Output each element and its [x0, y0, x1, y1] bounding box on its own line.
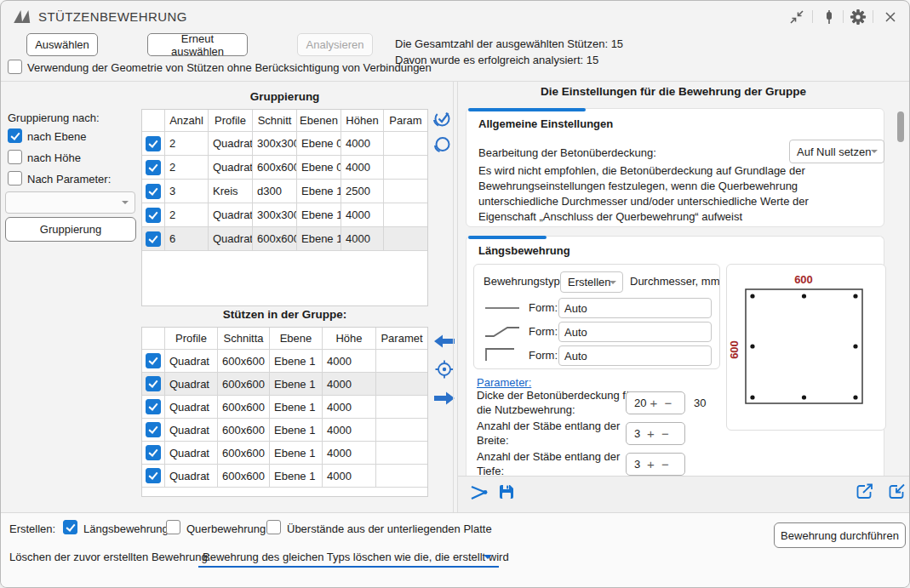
bars-width-stepper[interactable]: 3 + − [626, 422, 685, 445]
form-input-offset[interactable]: Auto [558, 322, 712, 342]
column-header[interactable]: Höhe [323, 328, 376, 349]
close-icon[interactable] [881, 8, 900, 26]
run-reinforcement-button[interactable]: Bewehrung durchführen [774, 522, 906, 548]
row-checkbox[interactable] [146, 445, 161, 460]
rebar-type-select[interactable]: Erstellen [560, 271, 623, 293]
pin-icon[interactable] [820, 8, 838, 26]
row-checkbox[interactable] [146, 231, 161, 247]
table-cell: 600x600 [218, 442, 270, 464]
form-label: Form: [524, 301, 558, 314]
reselect-button[interactable]: Erneut auswählen [147, 33, 248, 56]
decrement-button[interactable]: − [661, 396, 675, 410]
create-longitudinal-checkbox[interactable] [63, 520, 77, 534]
row-checkbox[interactable] [146, 136, 161, 151]
delete-mode-value[interactable]: Bewehrung des gleichen Typs löschen wie … [203, 551, 509, 563]
pane-splitter[interactable] [453, 82, 454, 512]
column-header[interactable]: Paramet [376, 328, 427, 349]
width-dimension: 600 [794, 273, 813, 286]
check-all-icon[interactable] [432, 108, 452, 131]
cover-edit-select[interactable]: Auf Null setzen [789, 140, 884, 163]
table-row[interactable]: 2Quadrat300x300Ebene 04000 [142, 132, 427, 156]
table-row[interactable]: 2Quadrat300x300Ebene 14000 [142, 203, 427, 227]
create-transverse-checkbox[interactable] [166, 520, 180, 534]
row-checkbox[interactable] [146, 422, 161, 437]
column-header[interactable]: Höhen [341, 110, 384, 131]
increment-button[interactable]: + [646, 396, 661, 410]
parameter-select[interactable] [5, 191, 135, 214]
column-header[interactable]: Anzahl [165, 110, 209, 131]
row-checkbox[interactable] [146, 208, 161, 223]
form-input-corner[interactable]: Auto [558, 345, 712, 366]
column-header[interactable]: Ebene [270, 328, 323, 349]
gear-icon[interactable] [849, 8, 867, 26]
table-header-row: ProfileSchnittaEbeneHöheParamet [142, 328, 427, 350]
decrement-button[interactable]: − [658, 426, 672, 441]
table-row[interactable]: 3Kreisd300Ebene 12500 [142, 180, 427, 203]
group-by-level-checkbox[interactable] [8, 128, 22, 143]
group-by-level-label: nach Ebene [27, 130, 86, 143]
uncheck-all-icon[interactable] [432, 134, 452, 157]
select-button[interactable]: Auswählen [26, 33, 98, 56]
row-checkbox[interactable] [146, 184, 161, 199]
table-row[interactable]: Quadrat600x600Ebene 14000 [142, 419, 427, 442]
row-checkbox[interactable] [146, 399, 161, 414]
spline-icon[interactable] [468, 483, 490, 505]
table-cell: 4000 [341, 227, 384, 250]
row-checkbox[interactable] [146, 353, 161, 368]
table-cell: Quadrat [165, 442, 218, 464]
table-cell: 2500 [341, 180, 384, 203]
export-icon[interactable] [856, 483, 874, 503]
increment-button[interactable]: + [644, 457, 658, 471]
column-header[interactable]: Schnitta [218, 328, 270, 349]
parameters-link[interactable]: Parameter: [477, 376, 531, 389]
table-header-row: AnzahlProfileSchnittEbenenHöhenParam [142, 110, 427, 132]
table-row[interactable]: 6Quadrat600x600Ebene 14000 [142, 227, 427, 251]
table-row[interactable]: Quadrat600x600Ebene 14000 [142, 396, 427, 419]
titlebar: STÜTZENBEWEHRUNG [1, 1, 909, 31]
table-cell [376, 396, 427, 418]
group-by-parameter-checkbox[interactable] [8, 171, 22, 186]
analyze-button[interactable]: Analysieren [297, 33, 373, 56]
table-cell: Ebene 1 [297, 227, 341, 250]
scrollbar-thumb[interactable] [897, 111, 904, 142]
group-button[interactable]: Gruppierung [5, 217, 136, 242]
column-header[interactable]: Schnitt [253, 110, 297, 131]
table-cell: Quadrat [209, 132, 253, 155]
table-row[interactable]: Quadrat600x600Ebene 14000 [142, 442, 427, 465]
group-by-height-checkbox[interactable] [8, 150, 22, 164]
table-row[interactable]: Quadrat600x600Ebene 14000 [142, 350, 427, 373]
form-input-straight[interactable]: Auto [558, 298, 712, 318]
row-checkbox[interactable] [146, 376, 161, 391]
row-checkbox[interactable] [146, 468, 161, 483]
row-checkbox[interactable] [146, 160, 161, 175]
table-row[interactable]: Quadrat600x600Ebene 14000 [142, 465, 427, 488]
collapse-icon[interactable] [787, 8, 806, 26]
decrement-button[interactable]: − [658, 457, 672, 471]
table-cell: 4000 [341, 203, 384, 226]
table-row[interactable]: Quadrat600x600Ebene 14000 [142, 373, 427, 396]
cover-thickness-stepper[interactable]: 20 + − [626, 391, 685, 414]
table-cell: 4000 [323, 350, 376, 372]
locate-target-icon[interactable] [434, 359, 455, 382]
increment-button[interactable]: + [644, 426, 658, 441]
geometry-checkbox[interactable] [8, 60, 22, 74]
form-label: Form: [524, 349, 558, 362]
table-cell: 600x600 [253, 156, 297, 179]
table-cell [376, 350, 427, 372]
column-header[interactable]: Profile [209, 110, 253, 131]
column-header[interactable]: Param [384, 110, 427, 131]
table-cell: Quadrat [165, 373, 218, 395]
longitudinal-heading: Längsbewehrung [478, 244, 570, 257]
table-cell: 4000 [323, 396, 376, 418]
chevron-down-icon[interactable] [484, 555, 492, 559]
column-header[interactable]: Profile [165, 328, 218, 349]
longitudinal-card: Längsbewehrung Bewehrungstyp: Erstellen … [466, 236, 884, 476]
create-label: Erstellen: [9, 522, 55, 535]
bars-depth-stepper[interactable]: 3 + − [626, 453, 685, 476]
save-icon[interactable] [498, 483, 515, 503]
column-header[interactable]: Ebenen [297, 110, 341, 131]
import-icon[interactable] [888, 483, 907, 503]
table-row[interactable]: 2Quadrat600x600Ebene 04000 [142, 156, 427, 180]
create-protrusion-checkbox[interactable] [266, 520, 281, 534]
titlebar-separator [873, 10, 873, 23]
